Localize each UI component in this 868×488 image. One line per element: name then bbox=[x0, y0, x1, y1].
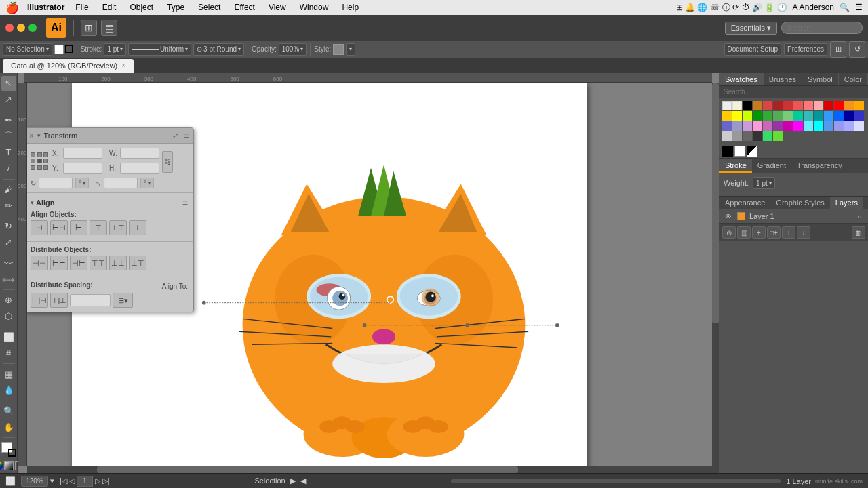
space-h-btn[interactable]: ⊢|⊣ bbox=[31, 293, 48, 308]
symbol-tab[interactable]: Symbol bbox=[802, 73, 839, 85]
h-scroll-thumb[interactable] bbox=[97, 466, 517, 473]
panel-menu-icon[interactable]: ≡ bbox=[184, 130, 189, 141]
swatch-orange1[interactable] bbox=[844, 101, 854, 110]
stroke-tab[interactable]: Stroke bbox=[719, 159, 752, 173]
space-v-btn[interactable]: ⊤|⊥ bbox=[50, 293, 68, 308]
shear-unit-dropdown[interactable]: °▾ bbox=[140, 178, 154, 188]
list-icon[interactable]: ☰ bbox=[855, 3, 863, 12]
shape-builder-tool[interactable]: ⊕ bbox=[1, 293, 16, 308]
swatch-blue3[interactable] bbox=[844, 111, 854, 121]
rotate-tool[interactable]: ↻ bbox=[1, 219, 16, 234]
stroke-color-swatch[interactable] bbox=[8, 449, 16, 457]
swatch-lavender1[interactable] bbox=[834, 121, 844, 131]
swatch-yellow3[interactable] bbox=[743, 111, 752, 121]
swatch-red1[interactable] bbox=[763, 101, 772, 110]
swatch-yellow1[interactable] bbox=[722, 111, 732, 121]
swatch-purple3[interactable] bbox=[763, 121, 772, 131]
document-tab[interactable]: Gato.ai @ 120% (RGB/Preview) × bbox=[3, 59, 134, 73]
x-input[interactable] bbox=[63, 148, 102, 159]
warp-tool[interactable]: 〰 bbox=[1, 256, 16, 271]
align-bottom-btn[interactable]: ⊥ bbox=[129, 220, 146, 235]
page-next-btn[interactable]: ▷ bbox=[95, 476, 100, 485]
swatch-green3[interactable] bbox=[773, 111, 783, 121]
dist-right-btn[interactable]: ⊣⊢ bbox=[70, 256, 87, 270]
swatch-darkorange[interactable] bbox=[753, 101, 762, 110]
dist-bottom-btn[interactable]: ⊥⊤ bbox=[129, 256, 146, 270]
swatch-chartreuse[interactable] bbox=[773, 131, 783, 141]
swatch-gray1[interactable] bbox=[722, 131, 732, 141]
swatch-red8[interactable] bbox=[834, 101, 844, 110]
edit-menu[interactable]: Edit bbox=[97, 3, 122, 12]
align-menu-icon[interactable]: ≡ bbox=[182, 197, 188, 208]
swatch-white[interactable] bbox=[734, 146, 745, 157]
stroke-style-dropdown[interactable]: Uniform ▾ bbox=[128, 43, 191, 56]
swatch-lavender2[interactable] bbox=[844, 121, 854, 131]
rotate-input[interactable] bbox=[39, 178, 73, 188]
tab-close-btn[interactable]: × bbox=[121, 62, 125, 69]
swatch-black[interactable] bbox=[743, 101, 752, 110]
file-menu[interactable]: File bbox=[70, 3, 94, 12]
layer-1-item[interactable]: 👁 Layer 1 ○ bbox=[719, 209, 868, 224]
fill-color-area[interactable] bbox=[54, 45, 73, 54]
swatch-lavender3[interactable] bbox=[854, 121, 864, 131]
swatch-red3[interactable] bbox=[783, 101, 793, 110]
swatch-green4[interactable] bbox=[783, 111, 793, 121]
zoom-input[interactable] bbox=[21, 476, 48, 487]
effect-menu[interactable]: Effect bbox=[229, 3, 260, 12]
swatch-teal1[interactable] bbox=[793, 111, 803, 121]
transform-panel-close[interactable]: × bbox=[29, 131, 33, 140]
swatch-magenta1[interactable] bbox=[783, 121, 793, 131]
swatches-tab[interactable]: Swatches bbox=[719, 73, 764, 85]
stroke-value-dropdown[interactable]: 1 pt ▾ bbox=[104, 43, 126, 56]
rotate-unit-dropdown[interactable]: °▾ bbox=[75, 178, 89, 188]
object-menu[interactable]: Object bbox=[124, 3, 159, 12]
view-menu[interactable]: View bbox=[263, 3, 292, 12]
page-prev-btn[interactable]: ◁ bbox=[69, 476, 75, 485]
layer-lock-icon[interactable]: ○ bbox=[854, 211, 864, 221]
grid-dot-7[interactable] bbox=[31, 165, 35, 170]
page-prev-icon[interactable]: |◁ bbox=[60, 476, 67, 485]
transform-panel-header[interactable]: × ▾ Transform ⤢ ≡ bbox=[25, 128, 193, 144]
swatch-1[interactable] bbox=[732, 101, 742, 110]
swatch-cyan1[interactable] bbox=[804, 121, 813, 131]
align-to-dropdown[interactable]: ⊞▾ bbox=[113, 293, 133, 308]
library-btn[interactable]: ⊞ bbox=[81, 20, 97, 36]
swatch-yellow2[interactable] bbox=[732, 111, 742, 121]
swatch-registration[interactable] bbox=[747, 146, 757, 157]
selection-dropdown[interactable]: No Selection ▾ bbox=[3, 43, 52, 56]
swatch-magenta2[interactable] bbox=[793, 121, 803, 131]
rotate-view-btn[interactable]: ↺ bbox=[849, 41, 865, 58]
swatch-gray3[interactable] bbox=[743, 131, 752, 141]
zoom-chevron-icon[interactable]: ▾ bbox=[50, 476, 54, 485]
page-next-end-icon[interactable]: ▷| bbox=[102, 476, 110, 485]
essentials-button[interactable]: Essentials ▾ bbox=[725, 22, 777, 35]
swatch-none[interactable] bbox=[722, 101, 732, 110]
align-left-btn[interactable]: ⊣ bbox=[31, 220, 48, 235]
grid-dot-4[interactable] bbox=[31, 159, 35, 163]
collapse-arrow-icon[interactable]: ▾ bbox=[37, 132, 41, 139]
swatch-purple2[interactable] bbox=[732, 121, 742, 131]
scale-tool[interactable]: ⤢ bbox=[1, 235, 16, 250]
appearance-tab[interactable]: Appearance bbox=[719, 197, 770, 209]
swatch-gray4[interactable] bbox=[753, 131, 762, 141]
swatches-search[interactable] bbox=[719, 86, 868, 98]
apple-menu-icon[interactable]: 🍎 bbox=[5, 1, 19, 14]
align-right-btn[interactable]: ⊢ bbox=[70, 220, 87, 235]
vertical-scrollbar[interactable] bbox=[712, 83, 719, 473]
merge-layers-btn[interactable]: ↓ bbox=[797, 226, 810, 239]
swatch-red6[interactable] bbox=[814, 101, 823, 110]
zoom-tool[interactable]: 🔍 bbox=[1, 404, 16, 419]
dist-center-v-btn[interactable]: ⊥⊥ bbox=[109, 256, 127, 270]
align-collapse-icon[interactable]: ▾ bbox=[31, 199, 34, 206]
swatch-green2[interactable] bbox=[763, 111, 772, 121]
swatch-gray2[interactable] bbox=[732, 131, 742, 141]
swatch-purple1[interactable] bbox=[722, 121, 732, 131]
doc-setup-btn[interactable]: Document Setup bbox=[724, 43, 782, 56]
align-center-h-btn[interactable]: ⊢⊣ bbox=[50, 220, 68, 235]
align-center-v-btn[interactable]: ⊥⊤ bbox=[109, 220, 127, 235]
grid-dot-9[interactable] bbox=[43, 165, 48, 170]
dist-top-btn[interactable]: ⊤⊤ bbox=[90, 256, 107, 270]
swatch-green1[interactable] bbox=[753, 111, 762, 121]
shear-input[interactable] bbox=[104, 178, 138, 188]
maximize-button[interactable] bbox=[28, 24, 37, 32]
